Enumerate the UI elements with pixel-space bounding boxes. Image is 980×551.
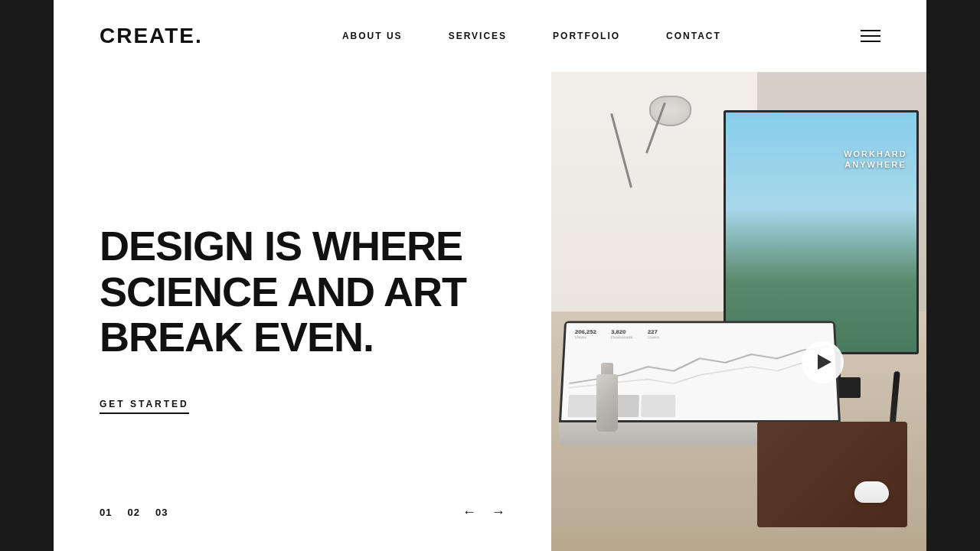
main-nav: ABOUT US SERVICES PORTFOLIO CONTACT [342,31,721,41]
nav-contact[interactable]: CONTACT [666,31,721,41]
slide-arrows: ← → [462,504,505,520]
nav-services[interactable]: SERVICES [449,31,507,41]
hero-line2: SCIENCE AND ART [100,269,466,315]
hero-headline: DESIGN IS WHERE SCIENCE AND ART BREAK EV… [100,223,505,360]
laptop-stats-bar: 206,252 Views 3,820 Downloads 227 [565,324,833,343]
nav-about-us[interactable]: ABOUT US [342,31,403,41]
stat-item-1: 206,252 Views [574,329,596,340]
stat-label-3: Users [647,335,658,340]
hero-line1: DESIGN IS WHERE [100,223,462,269]
cta-button[interactable]: GET STARTED [100,399,189,414]
hamburger-line-2 [861,35,880,37]
bottle [596,363,618,432]
slide-num-3[interactable]: 03 [155,507,168,518]
hamburger-line-3 [861,41,880,42]
mouse [854,481,889,503]
nav-portfolio[interactable]: PORTFOLIO [553,31,620,41]
stat-label-2: Downloads [610,335,632,340]
bottle-body [596,374,618,432]
desk-scene: WORKHARD ANYWHERE [551,72,926,551]
page-wrapper: CREATE. ABOUT US SERVICES PORTFOLIO CONT… [54,0,926,551]
hamburger-line-1 [861,30,880,31]
prev-arrow[interactable]: ← [462,504,476,520]
header: CREATE. ABOUT US SERVICES PORTFOLIO CONT… [54,0,926,72]
play-button[interactable] [802,341,844,383]
slide-numbers: 01 02 03 [100,507,168,518]
right-section: WORKHARD ANYWHERE [551,72,926,551]
monitor-text-line1: WORKHARD [844,148,907,159]
slide-num-1[interactable]: 01 [100,507,112,518]
stat-label-1: Views [574,335,596,340]
slide-indicators: 01 02 03 ← → [100,489,505,520]
play-icon [818,354,831,370]
next-arrow[interactable]: → [492,504,505,520]
monitor-text-line2: ANYWHERE [844,159,907,170]
stat-item-2: 3,820 Downloads [610,329,632,340]
lamp-arm-1 [610,113,632,187]
left-border-panel [0,0,54,551]
hero-text: DESIGN IS WHERE SCIENCE AND ART BREAK EV… [100,118,505,489]
thumbnail-3 [641,395,675,417]
main-content: DESIGN IS WHERE SCIENCE AND ART BREAK EV… [54,72,926,551]
lamp [607,96,699,218]
hamburger-menu[interactable] [861,30,880,42]
stat-item-3: 227 Users [647,329,658,340]
monitor-text: WORKHARD ANYWHERE [844,148,907,171]
hero-line3: BREAK EVEN. [100,314,374,360]
left-section: DESIGN IS WHERE SCIENCE AND ART BREAK EV… [54,72,551,551]
logo: CREATE. [100,24,203,48]
right-border-panel [926,0,980,551]
slide-num-2[interactable]: 02 [127,507,139,518]
mousepad [757,422,907,527]
logo-text: CREATE. [100,24,203,47]
